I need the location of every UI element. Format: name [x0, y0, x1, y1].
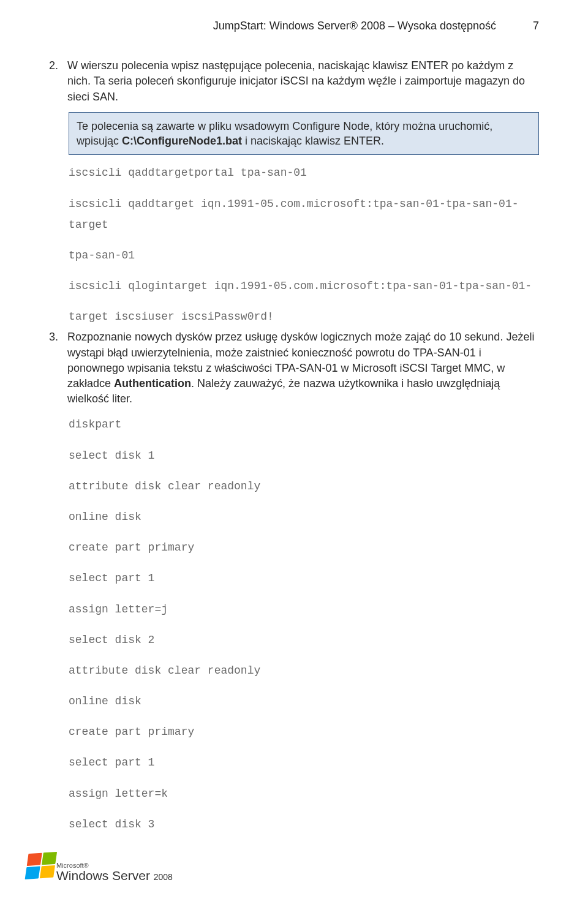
code-line: select part 1: [69, 568, 539, 589]
list-item-3: 3. Rozpoznanie nowych dysków przez usług…: [49, 329, 539, 407]
windows-flag-icon: [25, 852, 58, 879]
note-path: C:\ConfigureNode1.bat: [122, 135, 242, 147]
code-line: create part primary: [69, 721, 539, 742]
item-number: 3.: [49, 329, 64, 407]
doc-title: JumpStart: Windows Server® 2008 – Wysoka…: [213, 18, 496, 34]
item-paragraph: W wierszu polecenia wpisz następujące po…: [67, 58, 539, 105]
code-line: select disk 2: [69, 630, 539, 650]
code-line: select disk 3: [69, 814, 539, 835]
code-line: assign letter=j: [69, 599, 539, 620]
code-block-2: diskpartselect disk 1attribute disk clea…: [69, 414, 539, 835]
item-paragraph-strong: Authentication: [114, 377, 191, 389]
note-box: Te polecenia są zawarte w pliku wsadowym…: [69, 112, 539, 156]
page-header: JumpStart: Windows Server® 2008 – Wysoka…: [49, 18, 539, 34]
code-line: attribute disk clear readonly: [69, 476, 539, 497]
code-line: create part primary: [69, 537, 539, 558]
code-line: attribute disk clear readonly: [69, 660, 539, 681]
page-number: 7: [533, 18, 539, 34]
logo-text: Microsoft® Windows Server 2008: [56, 862, 173, 882]
code-line: online disk: [69, 506, 539, 527]
code-line: iscsicli qaddtarget iqn.1991-05.com.micr…: [69, 194, 539, 235]
code-line: diskpart: [69, 414, 539, 435]
code-line: target iscsiuser iscsiPassw0rd!: [69, 306, 539, 327]
code-block-1: iscsicli qaddtargetportal tpa-san-01iscs…: [69, 162, 539, 327]
item-number: 2.: [49, 58, 64, 105]
list-item-2: 2. W wierszu polecenia wpisz następujące…: [49, 58, 539, 105]
code-line: iscsicli qlogintarget iqn.1991-05.com.mi…: [69, 276, 539, 296]
code-line: tpa-san-01: [69, 245, 539, 266]
code-line: select part 1: [69, 752, 539, 773]
item-paragraph: Rozpoznanie nowych dysków przez usługę d…: [67, 329, 539, 407]
logo-windows-server: Windows Server 2008: [56, 869, 173, 882]
windows-server-logo: Microsoft® Windows Server 2008: [24, 856, 173, 882]
code-line: online disk: [69, 691, 539, 712]
code-line: iscsicli qaddtargetportal tpa-san-01: [69, 162, 539, 183]
note-text-post: i naciskając klawisz ENTER.: [242, 135, 384, 147]
code-line: select disk 1: [69, 445, 539, 466]
code-line: assign letter=k: [69, 783, 539, 804]
